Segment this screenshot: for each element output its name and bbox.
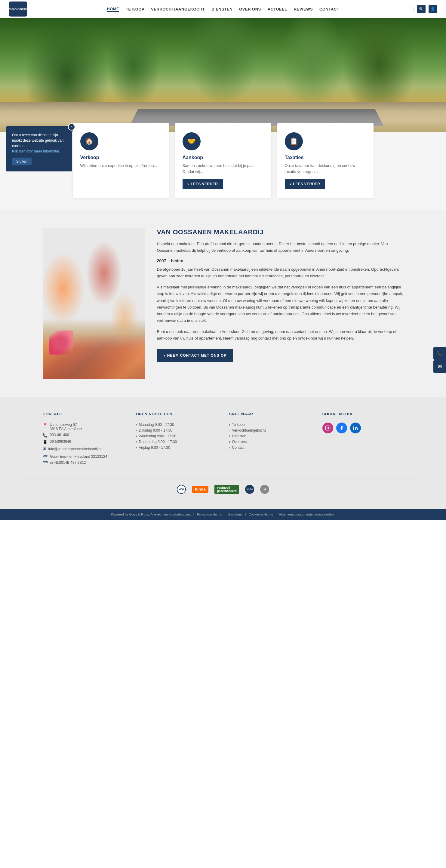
service-card-taxaties: 📋 Taxaties Onze taxateur kan deskundig e… <box>277 123 374 198</box>
nav-reviews[interactable]: REVIEWS <box>294 7 313 11</box>
logo-nwwi[interactable]: NVM <box>245 485 254 494</box>
cookie-banner: × Om u beter van dienst te zijn maakt de… <box>6 126 72 172</box>
linkedin-btn[interactable] <box>350 423 361 433</box>
btw-label: btw <box>43 461 48 464</box>
footer-nav-diensten[interactable]: Diensten <box>229 434 310 438</box>
disclaimer-link[interactable]: disclaimer <box>228 513 243 516</box>
cookie-close-btn[interactable]: × <box>68 123 75 130</box>
about-flowers-decoration <box>49 331 73 354</box>
footer-nav-verkocht[interactable]: Verkocht/aangekocht <box>229 428 310 433</box>
email-icon: ✉ <box>43 446 46 451</box>
svg-point-1 <box>327 427 329 429</box>
about-para3: Als makelaar met jarenlange ervaring in … <box>157 284 404 324</box>
cookie-link[interactable]: Cookieverklaring <box>248 513 273 516</box>
nav-right: | 🔍 👤 <box>413 5 437 13</box>
footer-nav-title: SNEL NAAR <box>229 412 310 419</box>
social-icons <box>322 423 404 433</box>
bottom-text: Powered by Goes & Roos. Alle rechten voo… <box>111 513 191 516</box>
facebook-btn[interactable] <box>336 423 347 433</box>
consumer-link[interactable]: Algemene consumentenvoorwaarden <box>279 513 333 516</box>
svg-rect-0 <box>325 426 330 430</box>
verkoop-title: Verkoop <box>80 155 161 160</box>
nav-actueel[interactable]: ACTUEEL <box>268 7 287 11</box>
mobile-icon: 📱 <box>43 440 47 444</box>
about-title: VAN OOSSANEN MAKELAARDIJ <box>157 228 404 236</box>
aankoop-title: Aankoop <box>183 155 264 160</box>
sidebar-mail-btn[interactable]: ✉ <box>434 360 446 373</box>
nav-over-ons[interactable]: OVER ONS <box>239 7 261 11</box>
nav-links: HOME TE KOOP VERKOCHT/AANGEKOCHT DIENSTE… <box>33 7 413 12</box>
nav-divider: | <box>413 7 414 11</box>
footer-social-col: SOCIAL MEDIA <box>322 412 404 466</box>
nav-te-koop[interactable]: TE KOOP <box>126 7 145 11</box>
sidebar-phone-btn[interactable]: 📞 <box>434 347 446 360</box>
footer-hours-tue: Dinsdag 9:00 - 17:30 <box>136 428 217 433</box>
about-para4: Bent u op zoek naar een makelaar in Amer… <box>157 329 404 342</box>
main-nav: van Oossanen makelaardij HOME TE KOOP VE… <box>0 0 446 18</box>
about-section: VAN OOSSANEN MAKELAARDIJ U zoekt een mak… <box>0 210 446 397</box>
footer-nav-col: SNEL NAAR Te koop Verkocht/aangekocht Di… <box>229 412 310 466</box>
footer-nav-contact[interactable]: Contact <box>229 445 310 450</box>
footer-hours-mon: Maandag 9:00 - 17:30 <box>136 423 217 427</box>
footer-hours-col: OPENINGSTIJDEN Maandag 9:00 - 17:30 Dins… <box>136 412 217 466</box>
taxaties-lees-btn[interactable]: LEES VERDER <box>285 179 325 189</box>
logo-vbo[interactable]: VBO <box>177 485 186 494</box>
aankoop-desc: Samen zoeken we een huis dat bij je past… <box>183 163 264 175</box>
about-image <box>43 228 145 379</box>
bottom-bar: Powered by Goes & Roos. Alle rechten voo… <box>0 509 446 520</box>
taxaties-title: Taxaties <box>285 155 366 160</box>
services-row: 🏠 Verkoop Wij zetten onze expertise in o… <box>18 123 428 198</box>
phone-icon: 📞 <box>43 433 47 438</box>
about-content: VAN OOSSANEN MAKELAARDIJ U zoekt een mak… <box>157 228 404 379</box>
footer-social-title: SOCIAL MEDIA <box>322 412 404 419</box>
sidebar-buttons: 📞 ✉ <box>434 347 446 373</box>
contact-btn[interactable]: NEEM CONTACT MET ONS OP <box>157 349 233 362</box>
footer-phone2-val[interactable]: 06-53963846 <box>50 439 71 444</box>
footer-address: 📍 Utrechtseweg 57 3818 EA Amersfoort <box>43 423 124 431</box>
user-icon-btn[interactable]: 👤 <box>428 5 437 13</box>
svg-point-3 <box>353 426 354 427</box>
footer-nav-tekoop[interactable]: Te koop <box>229 423 310 427</box>
logo-extra[interactable]: M <box>260 485 269 494</box>
footer: CONTACT 📍 Utrechtseweg 57 3818 EA Amersf… <box>0 397 446 509</box>
nav-home[interactable]: HOME <box>107 7 119 12</box>
cookie-more-link[interactable]: Klik hier voor meer informatie. <box>12 149 60 153</box>
logo[interactable]: van Oossanen makelaardij <box>9 1 27 17</box>
logo-vastgoed[interactable]: vastgoedgecertificeerd <box>215 485 239 494</box>
aankoop-icon: 🤝 <box>183 132 200 150</box>
service-card-verkoop: 🏠 Verkoop Wij zetten onze expertise in o… <box>73 123 169 198</box>
about-para2: De afgelopen 16 jaar heeft van Oossanen … <box>157 266 404 279</box>
footer-kvk-val: Gooi- Eem- en Flevoland 32123124 <box>50 455 107 459</box>
svg-point-2 <box>329 427 329 427</box>
verkoop-desc: Wij zetten onze expertise in op alle fro… <box>80 163 161 169</box>
footer-email: ✉ info@vanoossanenmakelaardij.nl <box>43 446 124 453</box>
logo-funda[interactable]: funda <box>192 485 209 494</box>
instagram-btn[interactable] <box>322 423 333 433</box>
nav-diensten[interactable]: DIENSTEN <box>212 7 232 11</box>
service-card-aankoop: 🤝 Aankoop Samen zoeken we een huis dat b… <box>175 123 271 198</box>
nav-verkocht[interactable]: VERKOCHT/AANGEKOCHT <box>151 7 205 11</box>
footer-phone1-val[interactable]: 033-4614001 <box>50 433 71 437</box>
footer-btw: btw nr NL0014B.487.2B12 <box>43 461 124 465</box>
about-para1: U zoekt een makelaar. Een professional d… <box>157 241 404 254</box>
footer-hours-fri: Vrijdag 9:00 - 17:30 <box>136 445 217 450</box>
verkoop-icon: 🏠 <box>80 132 98 150</box>
privacy-link[interactable]: Privacyverklaring <box>197 513 222 516</box>
footer-hours-wed: Woensdag 9:00 - 17:30 <box>136 434 217 438</box>
aankoop-lees-btn[interactable]: LEES VERDER <box>183 179 223 189</box>
footer-hours-title: OPENINGSTIJDEN <box>136 412 217 419</box>
cookie-sluiten-btn[interactable]: Sluiten <box>12 158 32 165</box>
taxaties-icon: 📋 <box>285 132 303 150</box>
footer-nav-overons[interactable]: Over ons <box>229 440 310 444</box>
nav-contact[interactable]: CONTACT <box>319 7 339 11</box>
footer-hours-thu: Donderdag 9:00 - 17:30 <box>136 440 217 444</box>
footer-address-line1: Utrechtseweg 57 <box>50 423 77 427</box>
cookie-text: Om u beter van dienst te zijn maakt deze… <box>12 132 66 149</box>
search-icon-btn[interactable]: 🔍 <box>417 5 425 13</box>
about-subtitle: 2007 – heden <box>157 258 404 263</box>
kvk-label: kvk <box>43 455 48 458</box>
partner-logos: VBO funda vastgoedgecertificeerd NVM M <box>24 478 422 500</box>
footer-email-link[interactable]: info@vanoossanenmakelaardij.nl <box>49 446 102 453</box>
hero-section <box>0 18 446 132</box>
about-inner: VAN OOSSANEN MAKELAARDIJ U zoekt een mak… <box>43 228 404 379</box>
